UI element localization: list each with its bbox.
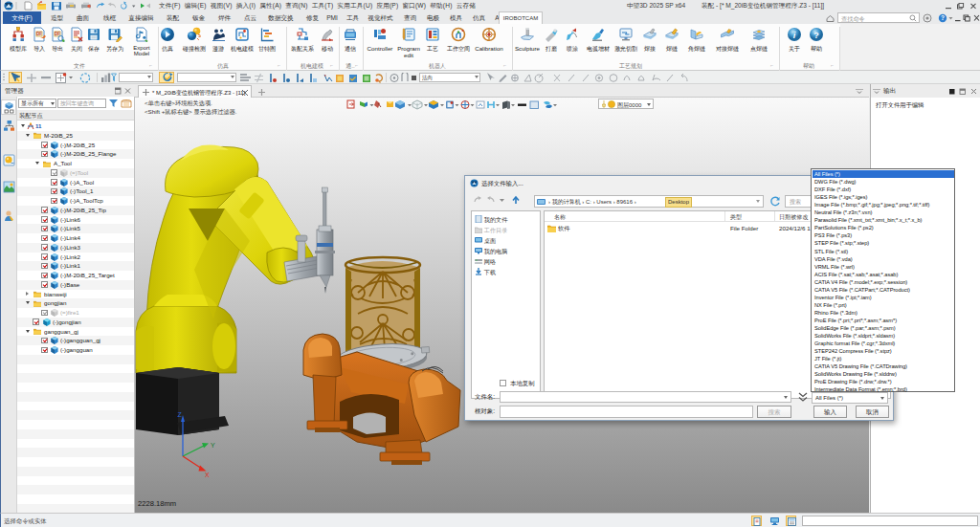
svg-text:?: ? [941,14,945,21]
svg-text:X: X [205,472,210,478]
svg-text:Z: Z [178,411,183,418]
svg-text:DF: DF [36,32,42,36]
svg-text:?: ? [813,31,819,40]
svg-text:2228.18mm: 2228.18mm [138,499,176,508]
svg-text:Y: Y [211,442,215,449]
